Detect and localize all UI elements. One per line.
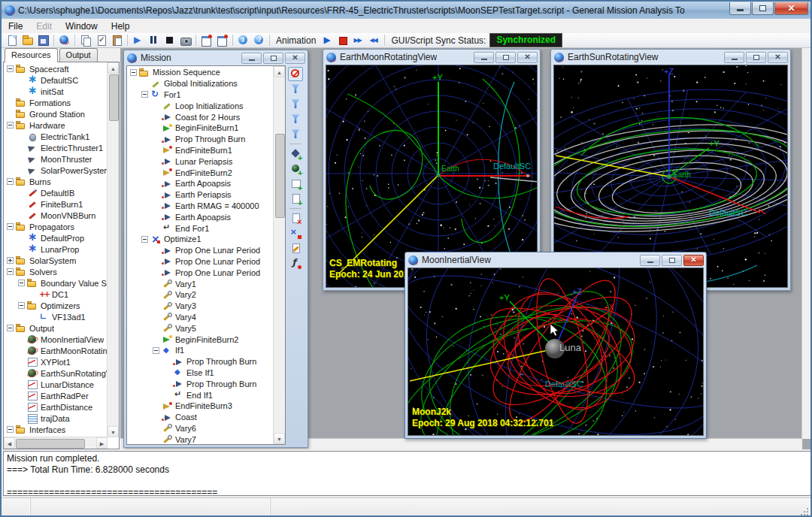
copy-button[interactable] bbox=[77, 33, 93, 47]
close-button[interactable]: ✕ bbox=[285, 53, 305, 64]
filter-solver-button[interactable] bbox=[288, 97, 303, 111]
mission-tree-item[interactable]: Earth Apoapsis bbox=[127, 178, 274, 189]
scroll-right-icon[interactable]: ▶ bbox=[96, 437, 108, 449]
resource-tree-item[interactable]: Output bbox=[4, 322, 108, 334]
mission-tree-item[interactable]: Vary6 bbox=[127, 423, 274, 434]
close-button[interactable]: ✕ bbox=[768, 52, 788, 63]
mission-tree-item[interactable]: Vary4 bbox=[127, 312, 274, 323]
mission-window-titlebar[interactable]: Mission ✕ bbox=[124, 50, 308, 65]
expand-toggle[interactable] bbox=[141, 91, 148, 98]
menu-file[interactable]: File bbox=[2, 20, 29, 33]
anim-rw-button[interactable] bbox=[366, 33, 382, 47]
mission-tree-item[interactable]: Lunar Periapsis bbox=[127, 156, 274, 167]
mission-tree-item[interactable]: Prop One Lunar Period bbox=[127, 245, 274, 256]
expand-toggle[interactable] bbox=[7, 268, 14, 275]
resource-tree-item[interactable]: VF13ad1 bbox=[4, 311, 108, 322]
mission-tree-item[interactable]: Global Initializations bbox=[127, 78, 274, 89]
filter-physics-button[interactable] bbox=[288, 82, 303, 96]
scroll-thumb[interactable] bbox=[16, 439, 85, 449]
mission-tree-item[interactable]: Else If1 bbox=[127, 367, 274, 379]
mission-tree-item[interactable]: Vary2 bbox=[127, 289, 274, 301]
scroll-down-icon[interactable]: ▼ bbox=[108, 426, 119, 437]
function-button[interactable] bbox=[288, 256, 303, 271]
expand-toggle[interactable] bbox=[7, 257, 14, 264]
paste-button[interactable] bbox=[109, 33, 125, 47]
new-script-button[interactable] bbox=[4, 33, 20, 47]
mission-vscrollbar[interactable]: ▲ ▼ bbox=[273, 66, 285, 444]
minimize-button[interactable] bbox=[640, 255, 660, 266]
earth-moon-titlebar[interactable]: EarthMoonRotatingView ✕ bbox=[323, 50, 540, 65]
mission-tree-item[interactable]: Vary3 bbox=[127, 301, 274, 312]
expand-toggle[interactable] bbox=[130, 69, 137, 76]
scroll-thumb[interactable] bbox=[109, 74, 119, 121]
resource-tree-item[interactable]: trajData bbox=[4, 413, 108, 424]
mission-tree-item[interactable]: For1 bbox=[127, 89, 274, 101]
mission-tree-item[interactable]: Mission Sequence bbox=[127, 67, 274, 78]
resource-tree-item[interactable]: EarthRadPer bbox=[4, 390, 108, 401]
tab-output[interactable]: Output bbox=[59, 48, 98, 62]
resource-tree-item[interactable]: MoonVNBBurn bbox=[4, 210, 108, 221]
scroll-thumb[interactable] bbox=[275, 134, 285, 218]
mission-tree-item[interactable]: Prop One Lunar Period bbox=[127, 267, 274, 278]
mdi-vscrollbar[interactable] bbox=[801, 48, 812, 439]
earth-sun-titlebar[interactable]: EarthSunRotatingView ✕ bbox=[551, 50, 790, 65]
mission-tree-item[interactable]: Earth RMAG = 400000 bbox=[127, 201, 274, 212]
pause-button[interactable] bbox=[146, 33, 162, 47]
maximize-button[interactable] bbox=[495, 52, 516, 63]
delete-page-button[interactable] bbox=[288, 211, 303, 225]
mission-tree-item[interactable]: End For1 bbox=[127, 222, 274, 234]
resource-tree-item[interactable]: initSat bbox=[4, 86, 108, 97]
app-minimize-button[interactable] bbox=[729, 2, 751, 15]
mission-tree-item[interactable]: End If1 bbox=[127, 389, 274, 401]
maximize-button[interactable] bbox=[263, 53, 283, 64]
script-to-gui-button[interactable] bbox=[214, 33, 230, 47]
anim-stop-button[interactable] bbox=[335, 33, 350, 47]
gui-to-script-button[interactable] bbox=[198, 33, 214, 47]
resource-tree-item[interactable]: Solvers bbox=[4, 266, 108, 277]
anim-ff-button[interactable] bbox=[350, 33, 366, 47]
menu-window[interactable]: Window bbox=[59, 20, 105, 33]
help-button[interactable] bbox=[251, 33, 267, 47]
close-button[interactable]: ✕ bbox=[517, 52, 538, 63]
titlebar[interactable]: C:\Users\sphughe1\Documents\Repos\Jazz\t… bbox=[2, 2, 810, 20]
delete-x-button[interactable] bbox=[288, 226, 303, 240]
resource-tree-item[interactable]: EarthSunRotatingV bbox=[4, 367, 108, 379]
screenshot-button[interactable] bbox=[177, 33, 193, 47]
resource-tree-item[interactable]: EarthMoonRotatin bbox=[4, 345, 108, 356]
add-xy-plot-button[interactable] bbox=[288, 177, 303, 191]
resource-tree-item[interactable]: ElectricTank1 bbox=[4, 131, 108, 142]
minimize-button[interactable] bbox=[474, 52, 494, 63]
mission-tree-item[interactable]: Vary5 bbox=[127, 322, 274, 334]
expand-toggle[interactable] bbox=[7, 65, 14, 72]
mission-tree-item[interactable]: EndFiniteBurn1 bbox=[127, 145, 274, 156]
resource-tree-item[interactable]: LunarProp bbox=[4, 243, 108, 255]
expand-toggle[interactable] bbox=[153, 347, 159, 354]
expand-toggle[interactable] bbox=[7, 426, 14, 433]
expand-toggle[interactable] bbox=[18, 280, 25, 286]
expand-toggle[interactable] bbox=[7, 178, 14, 185]
add-orbit-view-button[interactable] bbox=[288, 162, 303, 176]
mission-tree-item[interactable]: Earth Apoapsis bbox=[127, 211, 274, 222]
resource-tree-item[interactable]: MoonThruster bbox=[4, 153, 108, 165]
run-button[interactable] bbox=[130, 33, 146, 47]
expand-toggle[interactable] bbox=[7, 223, 14, 230]
resource-tree-item[interactable]: Formations bbox=[4, 97, 108, 108]
info-button[interactable] bbox=[235, 33, 251, 47]
moon-inertial-canvas[interactable]: +Y +Z +X Luna DefaultSC MoonJ2k Epoch: 2… bbox=[408, 268, 704, 436]
tab-resources[interactable]: Resources bbox=[5, 48, 58, 62]
resource-tree-item[interactable]: FiniteBurn1 bbox=[4, 198, 108, 210]
open-button[interactable] bbox=[20, 33, 35, 47]
validate-button[interactable] bbox=[93, 33, 109, 47]
edit-script-button[interactable] bbox=[288, 241, 303, 255]
resource-tree-item[interactable]: EarthDistance bbox=[4, 401, 108, 413]
mission-tree-item[interactable]: BeginFiniteBurn2 bbox=[127, 334, 274, 345]
scroll-down-icon[interactable]: ▼ bbox=[274, 433, 285, 444]
mission-tree-item[interactable]: Coast bbox=[127, 412, 274, 423]
mission-tree-item[interactable]: Loop Initializations bbox=[127, 100, 274, 111]
resources-hscrollbar[interactable]: ◀ ▶ bbox=[4, 437, 108, 449]
mission-tree-item[interactable]: EndFiniteBurn2 bbox=[127, 167, 274, 178]
mission-tree-item[interactable]: BeginFiniteBurn1 bbox=[127, 122, 274, 134]
add-propagate-button[interactable] bbox=[288, 147, 303, 161]
anim-play-button[interactable] bbox=[319, 33, 335, 47]
message-window[interactable]: Mission run completed. ===> Total Run Ti… bbox=[3, 451, 812, 496]
